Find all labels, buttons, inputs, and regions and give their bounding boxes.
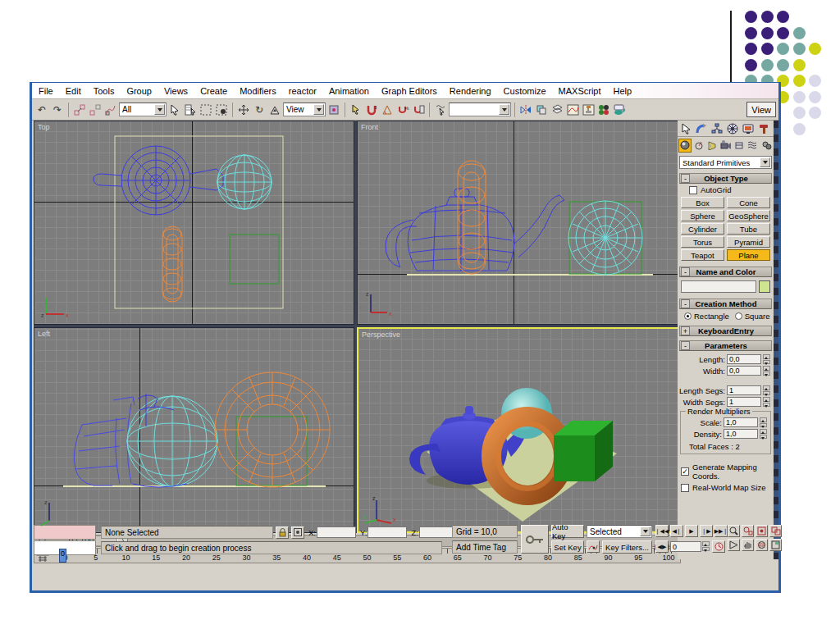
cameras-subtab[interactable] <box>719 139 733 153</box>
view-floating-button[interactable]: View <box>746 102 776 117</box>
name-color-rollout[interactable]: - Name and Color <box>679 267 772 277</box>
menu-rendering[interactable]: Rendering <box>450 86 491 96</box>
width-segs-input[interactable]: 1 <box>727 397 761 407</box>
menu-reactor[interactable]: reactor <box>289 86 317 96</box>
menu-views[interactable]: Views <box>164 86 188 96</box>
viewport-front[interactable]: Front <box>357 121 681 325</box>
zoom-extents-icon[interactable] <box>756 525 768 537</box>
lights-subtab[interactable] <box>705 139 719 153</box>
object-button-geosphere[interactable]: GeoSphere <box>727 210 770 221</box>
object-name-input[interactable] <box>681 280 756 293</box>
object-button-box[interactable]: Box <box>681 197 724 208</box>
frame-spinner[interactable] <box>702 541 710 551</box>
scale-input[interactable]: 1,0 <box>724 417 758 427</box>
length-segs-spinner[interactable] <box>763 385 770 395</box>
set-key-button[interactable]: Set Key <box>551 540 584 554</box>
primitive-category-dropdown[interactable]: Standard Primitives <box>679 156 772 169</box>
length-spinner[interactable] <box>763 354 770 364</box>
rect-region-icon[interactable] <box>199 103 213 117</box>
autogrid-checkbox[interactable] <box>689 186 697 194</box>
pan-icon[interactable] <box>742 539 754 551</box>
go-to-end-icon[interactable]: ▶▶❘ <box>714 525 728 537</box>
menu-group[interactable]: Group <box>126 86 152 96</box>
object-button-torus[interactable]: Torus <box>681 236 724 248</box>
zoom-icon[interactable] <box>728 525 740 537</box>
density-input[interactable]: 1,0 <box>724 429 758 439</box>
current-frame-input[interactable]: 0 <box>670 541 701 552</box>
ref-coord-dropdown[interactable]: View <box>283 103 326 116</box>
density-spinner[interactable] <box>760 429 767 439</box>
arc-rotate-icon[interactable] <box>756 539 768 551</box>
menu-graph-editors[interactable]: Graph Editors <box>381 86 437 96</box>
collapse-icon[interactable]: - <box>681 267 690 276</box>
redo-icon[interactable]: ↷ <box>50 103 65 117</box>
width-spinner[interactable] <box>763 366 770 376</box>
object-button-pyramid[interactable]: Pyramid <box>727 236 770 248</box>
panel-scroll-strip[interactable] <box>774 121 778 559</box>
window-crossing-icon[interactable] <box>214 103 229 117</box>
selection-filter-dropdown[interactable]: All <box>119 103 167 116</box>
chevron-down-icon[interactable] <box>499 104 509 115</box>
play-icon[interactable]: ▶ <box>685 525 698 537</box>
motion-tab[interactable] <box>725 121 740 135</box>
display-tab[interactable] <box>741 121 756 135</box>
collapse-icon[interactable]: - <box>681 341 690 350</box>
width-input[interactable]: 0,0 <box>727 366 761 376</box>
zoom-extents-all-icon[interactable] <box>769 525 782 537</box>
menu-tools[interactable]: Tools <box>94 86 115 96</box>
scale-spinner[interactable] <box>760 417 767 427</box>
space-warps-subtab[interactable] <box>746 139 760 153</box>
snap-3d-icon[interactable]: 3 <box>364 103 379 117</box>
undo-icon[interactable]: ↶ <box>34 103 49 117</box>
object-button-sphere[interactable]: Sphere <box>681 210 724 221</box>
length-segs-input[interactable]: 1 <box>727 385 761 395</box>
bind-spacewarp-icon[interactable] <box>103 103 118 117</box>
percent-snap-icon[interactable]: % <box>395 103 410 117</box>
collapse-icon[interactable]: - <box>681 299 690 308</box>
menu-customize[interactable]: Customize <box>504 86 546 96</box>
viewport-top[interactable]: Top <box>34 121 354 325</box>
utilities-tab[interactable] <box>756 121 771 135</box>
length-input[interactable]: 0,0 <box>727 354 761 364</box>
field-of-view-icon[interactable] <box>728 539 740 551</box>
mirror-icon[interactable] <box>518 103 533 117</box>
parameters-rollout[interactable]: - Parameters <box>679 340 772 351</box>
object-type-rollout[interactable]: - Object Type <box>679 173 772 184</box>
square-radio[interactable] <box>735 312 742 320</box>
real-world-checkbox[interactable] <box>681 484 689 492</box>
menu-create[interactable]: Create <box>200 86 227 96</box>
use-pivot-center-icon[interactable] <box>326 103 341 117</box>
select-scale-icon[interactable] <box>267 103 282 117</box>
align-icon[interactable] <box>534 103 549 117</box>
named-sets-icon[interactable] <box>433 103 448 117</box>
object-color-swatch[interactable] <box>759 280 770 293</box>
zoom-all-icon[interactable] <box>742 525 754 537</box>
helpers-subtab[interactable] <box>733 139 746 153</box>
schematic-view-icon[interactable] <box>581 103 596 117</box>
menu-maxscript[interactable]: MAXScript <box>559 86 601 96</box>
width-segs-spinner[interactable] <box>763 397 770 407</box>
named-selection-dropdown[interactable] <box>449 103 511 116</box>
menu-modifiers[interactable]: Modifiers <box>240 86 276 96</box>
menu-edit[interactable]: Edit <box>66 86 81 96</box>
time-configuration-icon[interactable] <box>712 540 725 553</box>
angle-snap-icon[interactable] <box>380 103 395 117</box>
select-move-icon[interactable] <box>236 103 251 117</box>
select-manipulate-icon[interactable] <box>349 103 363 117</box>
select-rotate-icon[interactable]: ↻ <box>252 103 267 117</box>
layer-manager-icon[interactable] <box>550 103 564 117</box>
rectangle-radio[interactable] <box>684 312 692 320</box>
systems-subtab[interactable] <box>760 139 773 153</box>
modify-tab[interactable] <box>694 121 709 135</box>
select-link-icon[interactable] <box>72 103 87 117</box>
curve-editor-icon[interactable] <box>565 103 580 117</box>
select-object-icon[interactable] <box>167 103 182 117</box>
expand-icon[interactable]: + <box>681 326 690 335</box>
key-filters-button[interactable]: Key Filters... <box>602 540 652 554</box>
creation-method-rollout[interactable]: - Creation Method <box>679 299 772 309</box>
min-max-toggle-icon[interactable] <box>769 539 782 551</box>
add-time-tag[interactable]: Add Time Tag <box>452 540 518 554</box>
object-button-cylinder[interactable]: Cylinder <box>681 223 724 235</box>
trajectory-toggle-icon[interactable] <box>587 540 600 553</box>
create-tab[interactable] <box>678 121 693 135</box>
